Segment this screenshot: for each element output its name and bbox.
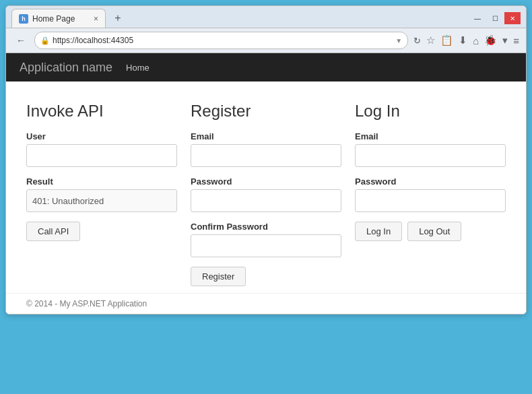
- login-email-group: Email: [355, 131, 506, 167]
- menu-dropdown-icon[interactable]: ▾: [502, 34, 508, 46]
- login-btn-row: Log In Log Out: [355, 222, 506, 241]
- refresh-button[interactable]: ↻: [413, 36, 421, 46]
- address-dropdown-icon[interactable]: ▼: [395, 37, 402, 44]
- extension-icon[interactable]: 🐞: [484, 34, 497, 46]
- footer-text: © 2014 - My ASP.NET Application: [26, 299, 147, 308]
- register-email-input[interactable]: [191, 144, 341, 167]
- home-icon[interactable]: ⌂: [473, 35, 479, 46]
- register-confirm-group: Confirm Password: [191, 222, 341, 257]
- minimize-button[interactable]: —: [469, 12, 486, 24]
- nav-home-link[interactable]: Home: [126, 63, 149, 73]
- result-box: 401: Unauthorized: [26, 189, 177, 212]
- logout-button[interactable]: Log Out: [407, 222, 461, 241]
- register-heading: Register: [191, 102, 341, 121]
- back-button[interactable]: ←: [13, 32, 29, 48]
- invoke-api-heading: Invoke API: [26, 102, 177, 121]
- address-bar: ← 🔒 https://localhost:44305 ▼ ↻ ☆ 📋 ⬇ ⌂ …: [6, 28, 526, 53]
- columns-row: Invoke API User Result 401: Unauthorized…: [26, 95, 506, 286]
- register-password-input[interactable]: [191, 189, 341, 212]
- tab-title: Home Page: [32, 14, 88, 24]
- new-tab-button[interactable]: +: [108, 9, 127, 28]
- page-footer: © 2014 - My ASP.NET Application: [6, 293, 526, 314]
- register-button[interactable]: Register: [191, 267, 246, 286]
- browser-tab[interactable]: h Home Page ×: [11, 9, 106, 28]
- tab-favicon-icon: h: [19, 14, 28, 24]
- app-name: Application name: [20, 61, 112, 75]
- invoke-api-column: Invoke API User Result 401: Unauthorized…: [26, 102, 177, 286]
- browser-window: h Home Page × + — ☐ ✕ ← 🔒 https://localh…: [5, 5, 527, 315]
- user-label: User: [26, 131, 177, 141]
- login-heading: Log In: [355, 102, 506, 121]
- app-navbar: Application name Home: [6, 53, 526, 81]
- menu-button[interactable]: ≡: [513, 35, 519, 46]
- login-email-label: Email: [355, 131, 506, 141]
- star-icon[interactable]: ☆: [426, 34, 435, 46]
- clipboard-icon[interactable]: 📋: [440, 34, 453, 46]
- maximize-button[interactable]: ☐: [487, 12, 503, 24]
- register-email-group: Email: [191, 131, 341, 167]
- close-button[interactable]: ✕: [504, 12, 521, 24]
- result-label: Result: [26, 176, 177, 187]
- lock-icon: 🔒: [40, 36, 50, 45]
- window-controls: — ☐ ✕: [469, 12, 521, 24]
- address-input-wrap[interactable]: 🔒 https://localhost:44305 ▼: [34, 32, 408, 49]
- login-password-group: Password: [355, 176, 506, 212]
- result-form-group: Result 401: Unauthorized: [26, 176, 177, 212]
- register-password-label: Password: [191, 176, 341, 187]
- toolbar-icons: ☆ 📋 ⬇ ⌂ 🐞 ▾ ≡: [426, 34, 519, 46]
- download-icon[interactable]: ⬇: [459, 34, 467, 46]
- login-column: Log In Email Password Log In Log Out: [355, 102, 506, 286]
- page-content: Invoke API User Result 401: Unauthorized…: [6, 81, 526, 293]
- user-form-group: User: [26, 131, 177, 167]
- login-password-input[interactable]: [355, 189, 506, 212]
- call-api-button[interactable]: Call API: [26, 222, 80, 241]
- register-password-group: Password: [191, 176, 341, 212]
- address-text: https://localhost:44305: [53, 36, 393, 45]
- register-email-label: Email: [191, 131, 341, 141]
- register-column: Register Email Password Confirm Password…: [191, 102, 341, 286]
- register-confirm-label: Confirm Password: [191, 222, 341, 232]
- login-password-label: Password: [355, 176, 506, 187]
- login-email-input[interactable]: [355, 144, 506, 167]
- tab-close-icon[interactable]: ×: [94, 14, 98, 24]
- register-confirm-input[interactable]: [191, 234, 341, 257]
- login-button[interactable]: Log In: [355, 222, 402, 241]
- user-input[interactable]: [26, 144, 177, 167]
